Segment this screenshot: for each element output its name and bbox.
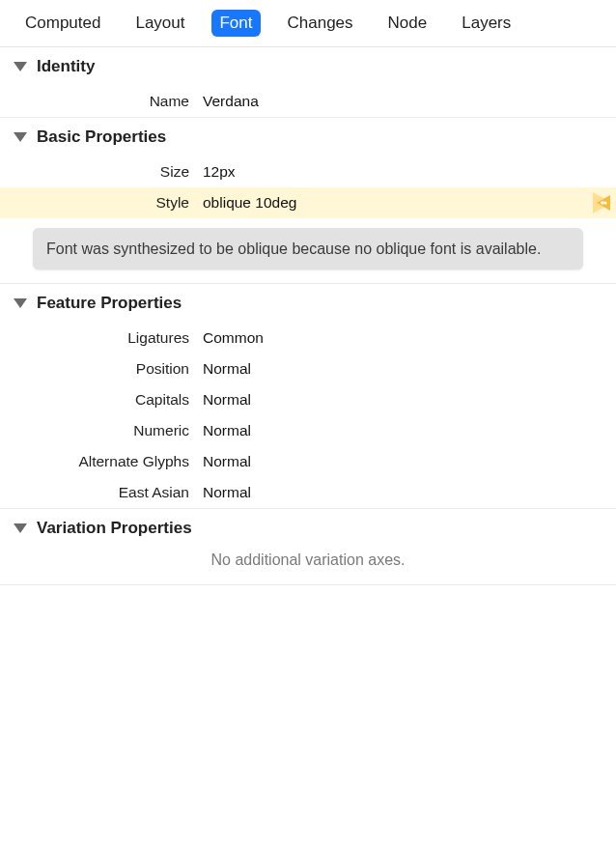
property-value: Normal [203,422,251,439]
property-value: Verdana [203,93,259,110]
section-header-basic[interactable]: Basic Properties [0,118,616,156]
property-row: Position Normal [0,353,616,384]
property-row: Capitals Normal [0,384,616,415]
property-row: Size 12px [0,156,616,187]
section-basic-properties: Basic Properties Size 12px Style oblique… [0,118,616,284]
section-identity: Identity Name Verdana [0,47,616,118]
property-row: Name Verdana [0,86,616,117]
property-value: Normal [203,391,251,409]
section-title: Feature Properties [37,294,182,313]
chevron-down-icon [14,62,27,71]
property-value: oblique 10deg [203,194,296,212]
tooltip-container: Font was synthesized to be oblique becau… [0,218,616,283]
property-row: Alternate Glyphs Normal [0,446,616,477]
section-header-variation[interactable]: Variation Properties [0,509,616,548]
property-row: East Asian Normal [0,477,616,508]
section-title: Variation Properties [37,519,192,538]
tab-changes[interactable]: Changes [280,10,361,37]
warning-icon[interactable] [589,187,616,218]
property-value: Normal [203,453,251,470]
property-row-highlighted: Style oblique 10deg [0,187,616,218]
property-label: Ligatures [0,329,203,347]
property-label: Position [0,360,203,378]
warning-tooltip: Font was synthesized to be oblique becau… [33,228,583,269]
section-variation-properties: Variation Properties No additional varia… [0,509,616,585]
property-value: Normal [203,360,251,378]
section-feature-properties: Feature Properties Ligatures Common Posi… [0,284,616,509]
chevron-down-icon [14,298,27,308]
property-value: 12px [203,163,236,181]
section-header-features[interactable]: Feature Properties [0,284,616,323]
tab-layers[interactable]: Layers [454,10,518,37]
property-row: Numeric Normal [0,415,616,446]
property-label: Size [0,163,203,181]
property-label: Numeric [0,422,203,439]
empty-message: No additional variation axes. [0,548,616,584]
property-label: Alternate Glyphs [0,453,203,470]
chevron-down-icon [14,132,27,142]
section-title: Identity [37,57,95,76]
property-value: Normal [203,484,251,501]
tab-computed[interactable]: Computed [17,10,108,37]
property-label: Name [0,93,203,110]
tab-layout[interactable]: Layout [127,10,192,37]
property-row: Ligatures Common [0,323,616,353]
chevron-down-icon [14,523,27,533]
property-label: Capitals [0,391,203,409]
svg-rect-3 [601,202,604,205]
property-label: East Asian [0,484,203,501]
section-title: Basic Properties [37,127,166,147]
property-label: Style [0,194,203,212]
tab-font[interactable]: Font [211,10,260,37]
tab-bar: Computed Layout Font Changes Node Layers [0,0,616,47]
tab-node[interactable]: Node [380,10,435,37]
section-header-identity[interactable]: Identity [0,47,616,86]
property-value: Common [203,329,264,347]
